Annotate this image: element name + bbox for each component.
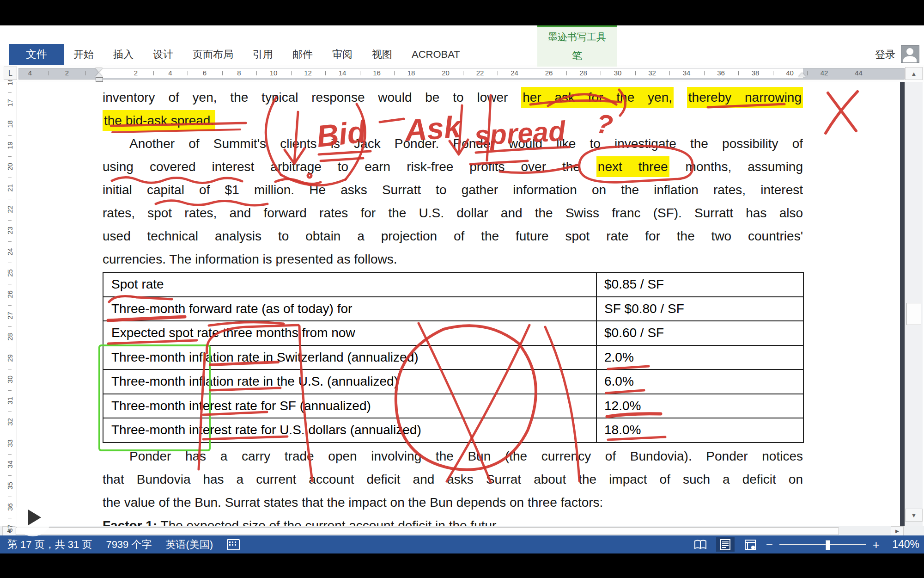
ruler-tick xyxy=(8,178,12,178)
text-segment: Factor 1: xyxy=(103,518,157,526)
ruler-number: 37 xyxy=(6,523,14,535)
word-count[interactable]: 7939 个字 xyxy=(106,538,152,552)
ruler-number: 4 xyxy=(168,69,172,77)
ruler-tick xyxy=(8,369,12,369)
ruler-number: 28 xyxy=(579,69,587,77)
ruler-tick xyxy=(8,263,12,263)
vertical-ruler[interactable]: 1617181920212223242526272829303132333435… xyxy=(3,82,17,525)
ruler-tick xyxy=(222,71,223,75)
document-line: currencies. The information is presented… xyxy=(103,248,803,271)
zoom-out-button[interactable]: − xyxy=(766,539,773,551)
document-text-after-table: Ponder has a carry trade open involving … xyxy=(103,445,803,514)
left-indent-marker[interactable] xyxy=(96,77,103,82)
ruler-number: 35 xyxy=(6,480,14,492)
proofing-icon[interactable] xyxy=(227,539,240,550)
ruler-tick xyxy=(8,241,12,242)
tab-6[interactable]: 审阅 xyxy=(322,44,362,65)
horizontal-ruler[interactable]: 4224681012141618202224262830323436384042… xyxy=(18,68,905,80)
hanging-indent-marker[interactable] xyxy=(95,73,103,77)
ruler-number: 44 xyxy=(855,69,863,77)
ruler-number: 19 xyxy=(6,140,14,152)
tab-2[interactable]: 设计 xyxy=(143,44,183,65)
tab-3[interactable]: 页面布局 xyxy=(183,44,243,65)
status-bar-right: − + 140% xyxy=(691,535,919,553)
play-icon xyxy=(28,510,41,525)
read-mode-button[interactable] xyxy=(691,537,710,552)
ruler-tick xyxy=(8,114,12,114)
tab-pen[interactable]: 笔 xyxy=(537,49,617,63)
language-indicator[interactable]: 英语(美国) xyxy=(165,538,213,552)
ruler-number: 42 xyxy=(821,69,828,77)
vertical-scrollbar-thumb[interactable] xyxy=(906,303,921,325)
ink-tools-label: 墨迹书写工具 xyxy=(537,31,617,43)
text-segment: rates, spot rates, and forward rates for… xyxy=(103,206,803,220)
ruler-number: 36 xyxy=(717,69,725,77)
table-cell-value: $0.60 / SF xyxy=(596,321,803,345)
right-indent-marker[interactable] xyxy=(798,73,806,77)
tab-0[interactable]: 开始 xyxy=(64,44,103,65)
ruler-number: 2 xyxy=(65,69,69,77)
tab-file[interactable]: 文件 xyxy=(9,44,64,65)
document-line: that Bundovia has a current account defi… xyxy=(103,468,803,491)
ruler-number: 21 xyxy=(6,182,14,194)
avatar[interactable] xyxy=(901,45,919,63)
ruler-tick xyxy=(8,518,12,518)
ruler-number: 34 xyxy=(683,69,691,77)
ruler-tick xyxy=(49,71,49,75)
web-layout-button[interactable] xyxy=(741,537,760,552)
document-line: Factor 1: The expected size of the curre… xyxy=(103,514,803,526)
ruler-number: 18 xyxy=(6,118,14,130)
horizontal-scrollbar-thumb[interactable] xyxy=(16,527,839,535)
ruler-number: 20 xyxy=(6,161,14,173)
highlighted-text: the bid-ask spread. xyxy=(103,110,215,131)
tab-4[interactable]: 引用 xyxy=(243,44,283,65)
ruler-tick xyxy=(8,412,12,412)
document-line: Another of Summit's clients is Jack Pond… xyxy=(103,132,803,155)
ruler-number: 10 xyxy=(270,69,278,77)
tab-1[interactable]: 插入 xyxy=(103,44,143,65)
ruler-tick xyxy=(8,475,12,476)
text-segment: currencies. The information is presented… xyxy=(103,252,397,266)
scroll-up-button[interactable]: ▲ xyxy=(905,67,923,80)
zoom-in-button[interactable]: + xyxy=(873,539,880,551)
tab-stop-selector[interactable]: L xyxy=(4,67,17,80)
ruler-tick xyxy=(8,326,12,327)
ruler-number: 29 xyxy=(6,352,14,364)
ruler-tick xyxy=(601,71,601,75)
document-line: initial capital of $1 million. He asks S… xyxy=(103,178,803,202)
table-cell-label: Three-month forward rate (as of today) f… xyxy=(103,301,596,316)
video-play-button[interactable] xyxy=(14,498,52,536)
ruler-tick xyxy=(8,284,12,284)
print-layout-button[interactable] xyxy=(716,537,735,552)
ruler-tick xyxy=(8,305,12,306)
ruler-tick xyxy=(8,433,12,433)
ruler-tick xyxy=(532,71,532,75)
tab-7[interactable]: 视图 xyxy=(362,44,402,65)
ruler-number: 14 xyxy=(339,69,346,77)
ruler-tick xyxy=(842,71,842,75)
chevron-up-icon: ▲ xyxy=(911,70,917,77)
document-line: inventory of yen, the typical response w… xyxy=(103,86,803,109)
table-cell-value: 12.0% xyxy=(596,394,803,418)
first-line-indent-marker[interactable] xyxy=(95,68,103,72)
text-segment: months, assuming xyxy=(669,160,803,174)
scroll-right-button[interactable]: ► xyxy=(891,526,904,536)
sign-in-link[interactable]: 登录 xyxy=(875,48,895,61)
zoom-level[interactable]: 140% xyxy=(886,538,919,551)
ruler-number: 30 xyxy=(6,374,14,386)
scroll-down-button[interactable]: ▼ xyxy=(905,509,923,522)
highlighted-text: her ask for the yen, xyxy=(521,87,674,108)
ruler-tick xyxy=(773,71,773,75)
zoom-slider-thumb[interactable] xyxy=(826,540,830,550)
tab-5[interactable]: 邮件 xyxy=(283,44,322,65)
ruler-tick xyxy=(669,71,670,75)
zoom-slider[interactable] xyxy=(779,544,866,545)
ruler-number: 28 xyxy=(6,331,14,343)
ruler-number: 22 xyxy=(476,69,484,77)
table-row: Three-month forward rate (as of today) f… xyxy=(103,296,803,321)
ruler-tick xyxy=(8,539,12,540)
tab-acrobat[interactable]: ACROBAT xyxy=(402,44,470,65)
ruler-number: 25 xyxy=(6,267,14,279)
ruler-number: 16 xyxy=(373,69,381,77)
page-indicator[interactable]: 第 17 页，共 31 页 xyxy=(7,538,92,552)
